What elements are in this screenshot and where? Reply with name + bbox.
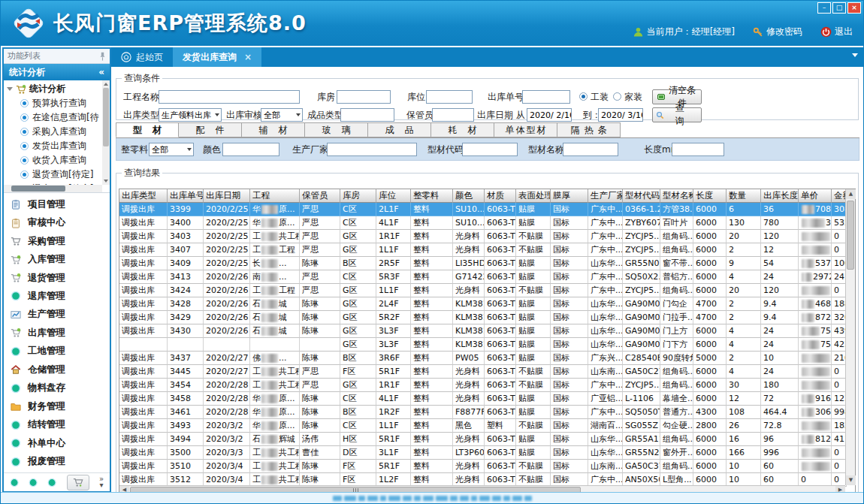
- project-name-input[interactable]: [159, 90, 300, 104]
- whole-select[interactable]: 全部: [149, 143, 194, 156]
- table-row[interactable]: 调拨出库34032020/2/25工共工程严思G区1R1F整料光身料6063-T…: [119, 230, 855, 243]
- close-button[interactable]: ×: [847, 2, 861, 14]
- tree-item[interactable]: 退货查询[待定]: [5, 167, 101, 182]
- tab-shipping-query[interactable]: 发货出库查询 ×: [173, 47, 261, 67]
- column-header[interactable]: 材质: [485, 189, 516, 203]
- material-tab[interactable]: 型材: [116, 122, 179, 137]
- sidebar-group-circle[interactable]: 退库管理: [11, 290, 110, 303]
- column-header[interactable]: 数量: [727, 189, 761, 203]
- tab-close-icon[interactable]: ×: [244, 52, 252, 62]
- sidebar-group-circle[interactable]: 结转管理: [11, 418, 110, 431]
- material-tab[interactable]: 辅材: [242, 122, 305, 137]
- collapse-icon[interactable]: «: [98, 67, 104, 77]
- sidebar-group-circle[interactable]: 报废管理: [11, 455, 110, 468]
- tab-home[interactable]: 起始页: [111, 47, 173, 67]
- tree-root-stats[interactable]: 统计分析: [5, 82, 101, 96]
- table-row[interactable]: 调拨出库34282020/2/26石城陈琳G区2L4F整料KLM38176063…: [119, 297, 855, 311]
- change-password-link[interactable]: 修改密码: [753, 26, 802, 38]
- column-header[interactable]: 整零料: [411, 189, 453, 203]
- more-chevron[interactable]: »▾: [99, 476, 104, 488]
- table-row[interactable]: 调拨出库35002020/3/3工共工程曹佳D区3L1F整料LT3P606063…: [119, 446, 855, 460]
- column-header[interactable]: 颜色: [453, 189, 485, 203]
- color-input[interactable]: [222, 143, 279, 156]
- tree-item[interactable]: 预算执行查询: [5, 96, 101, 110]
- cart-toolbar-button[interactable]: [67, 475, 89, 490]
- table-row[interactable]: 调拨出库34302020/2/26石城陈琳G区3L3F整料KLM38176063…: [119, 324, 855, 338]
- table-row[interactable]: 调拨出库33992020/2/25华原...严思C区2L1F整料SU10...6…: [119, 203, 855, 216]
- column-header[interactable]: 出库类型: [119, 189, 168, 203]
- column-header[interactable]: 工程: [250, 189, 300, 203]
- green-dot-icon[interactable]: [29, 478, 38, 487]
- maximize-button[interactable]: □: [832, 2, 846, 14]
- tree-item[interactable]: 发货出库查询: [5, 139, 101, 153]
- material-tab[interactable]: 隔热条: [557, 122, 621, 137]
- name-input[interactable]: [563, 143, 618, 156]
- sidebar-group-folder[interactable]: 财务管理: [11, 400, 110, 413]
- audit-select[interactable]: 全部: [261, 108, 303, 122]
- pin-icon[interactable]: [99, 52, 106, 61]
- radio-gongzhuang[interactable]: [579, 92, 588, 101]
- column-header[interactable]: 库房: [340, 189, 376, 203]
- sidebar-group-cart[interactable]: 采购管理: [11, 235, 110, 248]
- table-row[interactable]: 调拨出库34582020/2/28华原...陈琳C区4L1F整料光身料6063-…: [119, 392, 855, 406]
- sidebar-group-circle[interactable]: 工地管理: [11, 345, 110, 358]
- order-no-input[interactable]: [522, 90, 570, 104]
- code-input[interactable]: [462, 143, 518, 156]
- minimize-button[interactable]: –: [817, 2, 831, 14]
- sidebar-group-circle[interactable]: 物料盘存: [11, 382, 110, 394]
- column-header[interactable]: 单价: [799, 189, 832, 203]
- sidebar-group-clipboard[interactable]: 项目管理: [11, 198, 110, 211]
- column-header[interactable]: 长度: [693, 189, 727, 203]
- table-row[interactable]: 调拨出库34942020/3/2石辉城汤伟H区5R1F整料光身料6063-T5贴…: [119, 433, 855, 446]
- mfr-input[interactable]: [327, 143, 417, 156]
- table-row[interactable]: 调拨出库34002020/2/25华原...严思C区4L1F整料SU10...6…: [119, 216, 855, 230]
- table-row[interactable]: 调拨出库34072020/2/25工工程严思G区1L1F整料光身料6063-T5…: [119, 243, 855, 257]
- length-input[interactable]: [672, 143, 724, 156]
- sidebar-group-home[interactable]: 仓储管理: [11, 364, 110, 376]
- column-header[interactable]: 库位: [376, 189, 411, 203]
- radio-jiazhuang[interactable]: [613, 92, 621, 101]
- column-header[interactable]: 表面处理: [516, 189, 551, 203]
- green-dot-icon[interactable]: [47, 478, 56, 487]
- expander-icon[interactable]: [7, 87, 13, 91]
- sidebar-group-cart-green[interactable]: 入库管理: [11, 253, 110, 266]
- table-row[interactable]: 调拨出库34932020/3/2华原...陈琳C区1L1F整料黑色塑料不贴膜国标…: [119, 419, 855, 433]
- search-button[interactable]: 查 询: [652, 107, 702, 122]
- material-tab[interactable]: 玻璃: [305, 122, 368, 137]
- sidebar-group-cart-green[interactable]: 出库管理: [11, 327, 110, 340]
- section-header-stats[interactable]: 统计分析 «: [4, 64, 110, 80]
- table-row[interactable]: 调拨出库34132020/2/26南...严思C区5R3F整料G71422606…: [119, 270, 855, 284]
- keeper-input[interactable]: [432, 108, 474, 122]
- material-tab[interactable]: 单体型材: [494, 122, 557, 137]
- table-row[interactable]: G区3L3F整料KLM38176063-T5贴膜国标山东华...GA90M09.…: [119, 338, 855, 352]
- tabstrip-dropdown-icon[interactable]: [852, 53, 858, 57]
- product-type-input[interactable]: [340, 108, 394, 122]
- green-dot-icon[interactable]: [10, 478, 19, 487]
- column-header[interactable]: 生产厂家: [588, 189, 623, 203]
- tree-vertical-scrollbar[interactable]: [102, 80, 110, 185]
- logout-button[interactable]: 退出: [820, 26, 853, 38]
- date-to-select[interactable]: 2020/ 3/16: [598, 108, 643, 122]
- sidebar-group-clipboard2[interactable]: 审核中心: [11, 216, 110, 229]
- material-tab[interactable]: 成品: [368, 122, 431, 137]
- table-row[interactable]: 调拨出库34242020/2/26工工程严思G区1L1F整料光身料6063-T5…: [119, 284, 855, 297]
- out-type-select[interactable]: 生产领料出库: [159, 108, 222, 122]
- table-row[interactable]: 调拨出库34292020/2/26石城陈琳G区5R2F整料KLM38176063…: [119, 311, 855, 324]
- column-header[interactable]: 出库单号: [168, 189, 204, 203]
- table-row[interactable]: 调拨出库34372020/2/27佛...陈琳B区3R6F整料PW056063-…: [119, 352, 855, 365]
- table-row[interactable]: 调拨出库35102020/3/4工共工程陈琳F区5R1F整料光身料6063-T5…: [119, 460, 855, 473]
- warehouse-input[interactable]: [337, 90, 391, 104]
- column-header[interactable]: 出库日期: [204, 189, 250, 203]
- column-header[interactable]: 金额: [832, 189, 847, 203]
- tree-item[interactable]: 采购入库查询: [5, 125, 101, 139]
- location-input[interactable]: [426, 90, 473, 104]
- column-header[interactable]: 型材名称: [660, 189, 693, 203]
- tree-item[interactable]: 收货入库查询: [5, 153, 101, 167]
- table-row[interactable]: 调拨出库34452020/2/27工共工程严思F区5R1F整料光身料6063-T…: [119, 365, 855, 379]
- column-header[interactable]: 膜厚: [551, 189, 588, 203]
- table-row[interactable]: 调拨出库34092020/2/25长...陈琳B区2R5F整料LI35HD606…: [119, 257, 855, 270]
- sidebar-group-chart[interactable]: 生产管理: [11, 308, 110, 321]
- column-header[interactable]: 出库长度: [761, 189, 799, 203]
- tree-horizontal-scrollbar[interactable]: [4, 185, 102, 192]
- sidebar-group-circle[interactable]: 补单中心: [11, 437, 110, 450]
